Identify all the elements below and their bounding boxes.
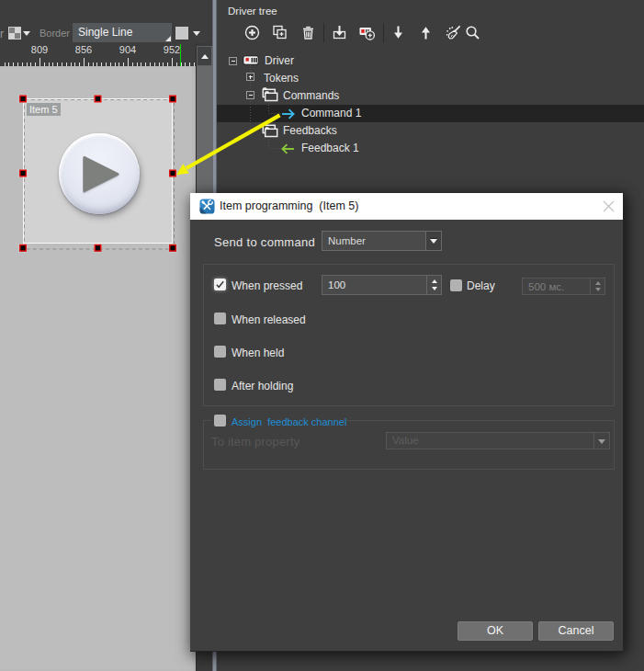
- tree-node-commands[interactable]: Commands: [283, 87, 339, 105]
- folder-icon: [262, 86, 278, 103]
- ruler-label: 952: [164, 44, 180, 55]
- dropdown-arrow-icon: [430, 239, 437, 244]
- border-label: Border: [40, 28, 70, 39]
- combo-grip-icon: [165, 36, 171, 41]
- send-to-command-dropdown[interactable]: Number: [322, 231, 442, 251]
- delay-label: Delay: [467, 279, 495, 292]
- dialog-title: Item programming (Item 5): [220, 193, 358, 220]
- canvas-vscrollbar-thumb[interactable]: [197, 66, 212, 204]
- when-released-label: When released: [232, 313, 306, 326]
- dropdown-button: [593, 433, 609, 449]
- ok-button[interactable]: OK: [458, 621, 533, 641]
- border-style-combobox[interactable]: Single Line: [73, 23, 172, 42]
- to-item-property-dropdown: Value: [386, 432, 610, 449]
- when-pressed-label: When pressed: [232, 279, 302, 292]
- tree-node-feedbacks[interactable]: Feedbacks: [283, 122, 337, 140]
- feedback-groupbox-topline-left: [203, 420, 211, 421]
- delay-checkbox[interactable]: [450, 279, 462, 291]
- dialog-titlebar[interactable]: Item programming (Item 5): [190, 193, 623, 220]
- driver-icon: [243, 55, 259, 65]
- delay-value: 500 мс.: [528, 279, 564, 294]
- after-holding-label: After holding: [232, 380, 293, 392]
- color-dropdown-caret-icon[interactable]: [23, 31, 30, 36]
- command-arrow-icon: [282, 108, 295, 119]
- border-color-swatch[interactable]: [175, 27, 188, 40]
- border-style-value: Single Line: [78, 26, 132, 39]
- ruler-label: 809: [31, 44, 48, 55]
- when-held-checkbox[interactable]: [214, 346, 226, 358]
- spin-down-icon: [595, 288, 601, 291]
- tree-node-feedback-1[interactable]: Feedback 1: [301, 140, 359, 157]
- selection-handles[interactable]: [0, 66, 196, 671]
- tree-connectors: [217, 0, 644, 184]
- tools-icon: [199, 199, 215, 214]
- when-pressed-value: 100: [328, 276, 345, 294]
- dropdown-arrow-icon: [598, 439, 605, 444]
- canvas-vscrollbar-up-button[interactable]: [197, 46, 212, 66]
- check-icon: [214, 279, 226, 290]
- cancel-button[interactable]: Cancel: [538, 621, 614, 641]
- tree-expander-minus[interactable]: [246, 91, 254, 99]
- format-toolbar: r Border Single Line: [0, 0, 212, 43]
- feedback-groupbox-topline: [347, 420, 615, 421]
- ruler-label: 856: [75, 44, 92, 55]
- dropdown-button[interactable]: [425, 232, 441, 250]
- delay-value-input: 500 мс.: [522, 278, 605, 295]
- tree-node-tokens[interactable]: Tokens: [264, 70, 299, 87]
- tree-expander-plus[interactable]: [246, 73, 254, 81]
- item-programming-dialog: Item programming (Item 5) Send to comman…: [190, 193, 624, 652]
- when-pressed-value-input[interactable]: 100: [322, 275, 442, 295]
- when-released-checkbox[interactable]: [214, 313, 226, 324]
- clipped-label: r: [0, 28, 4, 40]
- scroll-up-icon: [201, 54, 209, 59]
- send-to-command-label: Send to command: [214, 235, 315, 249]
- ruler-label: 904: [119, 44, 136, 55]
- spin-up-icon: [595, 281, 601, 285]
- tree-node-driver[interactable]: Driver: [265, 52, 294, 70]
- close-icon[interactable]: [603, 200, 615, 212]
- to-item-property-label: To item property: [211, 435, 299, 449]
- to-item-property-value: Value: [392, 433, 593, 449]
- when-pressed-checkbox[interactable]: [214, 279, 226, 290]
- assign-feedback-checkbox[interactable]: [214, 415, 226, 426]
- spin-down-icon: [432, 287, 437, 290]
- folder-icon: [262, 122, 278, 139]
- color-swatch-checker[interactable]: [8, 27, 21, 40]
- spin-up-icon: [432, 279, 437, 283]
- spinner-buttons: [590, 279, 604, 294]
- border-color-dropdown-caret-icon[interactable]: [193, 31, 200, 36]
- after-holding-checkbox[interactable]: [214, 379, 226, 391]
- tree-node-command-1[interactable]: Command 1: [301, 105, 361, 122]
- tree-expander-minus[interactable]: [229, 57, 237, 65]
- send-to-command-value: Number: [328, 232, 424, 250]
- feedback-arrow-icon: [281, 143, 294, 154]
- when-held-label: When held: [232, 347, 284, 359]
- assign-feedback-label: Assign feedback channel: [232, 416, 346, 427]
- horizontal-ruler: 809 856 904 952: [0, 43, 196, 66]
- application-window: r Border Single Line 809 856 904 952 Ite…: [0, 0, 644, 671]
- spinner-buttons[interactable]: [426, 276, 441, 294]
